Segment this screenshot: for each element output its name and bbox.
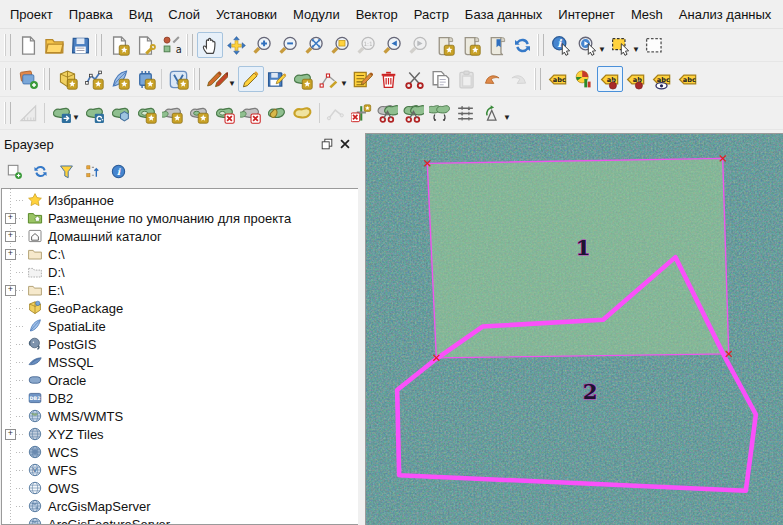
toolbar-handle[interactable]: [534, 68, 541, 90]
simplify-feature-button[interactable]: [108, 100, 134, 126]
zoom-full-extent-button[interactable]: [301, 32, 327, 58]
modify-attributes-button[interactable]: [350, 66, 376, 92]
browser-item-geopackage[interactable]: GeoPackage: [2, 299, 358, 317]
menu-вектор[interactable]: Вектор: [348, 3, 406, 26]
move-label-partial-button[interactable]: abc: [675, 66, 701, 92]
add-ring-button[interactable]: [134, 100, 160, 126]
layer-labeling-options-button[interactable]: abc: [545, 66, 571, 92]
open-project-button[interactable]: [41, 32, 67, 58]
zoom-in-button[interactable]: [249, 32, 275, 58]
menu-правка[interactable]: Правка: [61, 3, 121, 26]
new-print-layout-button[interactable]: [106, 32, 132, 58]
menu-слой[interactable]: Слой: [160, 3, 208, 26]
browser-item-mssql[interactable]: MSSQL: [2, 353, 358, 371]
toolbar-handle[interactable]: [4, 34, 11, 56]
delete-ring-button[interactable]: [212, 100, 238, 126]
enable-properties-widget-button[interactable]: i: [108, 161, 128, 181]
browser-item-ows[interactable]: OWS: [2, 479, 358, 497]
save-layer-edits-button[interactable]: [264, 66, 290, 92]
menu-проект[interactable]: Проект: [2, 3, 61, 26]
identify-features-button[interactable]: i: [548, 32, 574, 58]
add-part-button[interactable]: [160, 100, 186, 126]
layer-diagram-options-button[interactable]: [571, 66, 597, 92]
current-edits-button[interactable]: [204, 66, 230, 92]
bookmark-manager-button[interactable]: [483, 32, 509, 58]
delete-part-button[interactable]: [238, 100, 264, 126]
toolbar-handle[interactable]: [4, 68, 11, 90]
browser-item-c[interactable]: +C:\: [2, 245, 358, 263]
layout-manager-button[interactable]: [132, 32, 158, 58]
tree-expander[interactable]: +: [5, 285, 16, 296]
offset-curve-button[interactable]: [290, 100, 316, 126]
select-features-partial-button[interactable]: [642, 32, 668, 58]
menu-вид[interactable]: Вид: [121, 3, 161, 26]
pan-map-button[interactable]: [197, 32, 223, 58]
menu-mesh[interactable]: Mesh: [623, 3, 671, 26]
browser-item-e[interactable]: +E:\: [2, 281, 358, 299]
browser-item-spatialite[interactable]: SpatiaLite: [2, 317, 358, 335]
menu-растр[interactable]: Растр: [406, 3, 457, 26]
tree-expander[interactable]: +: [5, 231, 16, 242]
rotate-feature-button[interactable]: [82, 100, 108, 126]
toolbar-handle[interactable]: [4, 102, 11, 124]
cut-features-button[interactable]: [402, 66, 428, 92]
tree-expander[interactable]: +: [5, 429, 16, 440]
toggle-editing-button[interactable]: [238, 66, 264, 92]
highlight-pinned-labels-button[interactable]: ab: [597, 66, 623, 92]
menu-установки[interactable]: Установки: [208, 3, 285, 26]
browser-item-db2[interactable]: DB2DB2: [2, 389, 358, 407]
panel-splitter[interactable]: [358, 130, 365, 525]
run-feature-action-button[interactable]: [574, 32, 600, 58]
browser-item-домашний-каталог[interactable]: +Домашний каталог: [2, 227, 358, 245]
zoom-last-button[interactable]: [379, 32, 405, 58]
delete-selected-button[interactable]: [376, 66, 402, 92]
float-panel-button[interactable]: [318, 135, 336, 153]
merge-selected-features-button[interactable]: [427, 100, 453, 126]
add-polygon-feature-button[interactable]: [290, 66, 316, 92]
refresh-map-button[interactable]: [509, 32, 535, 58]
toolbar-handle[interactable]: [537, 34, 544, 56]
browser-item-postgis[interactable]: PostGIS: [2, 335, 358, 353]
new-virtual-layer-button[interactable]: [165, 66, 191, 92]
split-parts-button[interactable]: [375, 100, 401, 126]
browser-item-избранное[interactable]: Избранное: [2, 191, 358, 209]
move-feature-button[interactable]: [48, 100, 74, 126]
select-features-button[interactable]: [608, 32, 634, 58]
show-hide-labels-button[interactable]: abc: [649, 66, 675, 92]
refresh-browser-button[interactable]: [30, 161, 50, 181]
new-geopackage-layer-button[interactable]: [54, 66, 80, 92]
browser-item-wms-wmts[interactable]: WMS/WMTS: [2, 407, 358, 425]
tree-expander[interactable]: +: [5, 213, 16, 224]
browser-item-arcgisfeatureserver[interactable]: ArcGisFeatureServer: [2, 515, 358, 525]
undo-button[interactable]: [480, 66, 506, 92]
browser-item-oracle[interactable]: Oracle: [2, 371, 358, 389]
new-shapefile-layer-button[interactable]: [80, 66, 106, 92]
toolbar-handle[interactable]: [186, 34, 193, 56]
new-project-button[interactable]: [15, 32, 41, 58]
browser-item-xyz-tiles[interactable]: +XYZ Tiles: [2, 425, 358, 443]
zoom-out-button[interactable]: [275, 32, 301, 58]
toolbar-handle[interactable]: [95, 34, 102, 56]
new-spatialite-layer-button[interactable]: [106, 66, 132, 92]
toolbar-handle[interactable]: [193, 68, 200, 90]
add-selected-layer-button[interactable]: [4, 161, 24, 181]
menu-анализ-данных[interactable]: Анализ данных: [671, 3, 780, 26]
tree-expander[interactable]: +: [5, 249, 16, 260]
data-source-manager-button[interactable]: [15, 66, 41, 92]
trim-extend-feature-button[interactable]: [349, 100, 375, 126]
merge-feature-attributes-button[interactable]: [453, 100, 479, 126]
zoom-to-selection-button[interactable]: [327, 32, 353, 58]
reshape-features-button[interactable]: [264, 100, 290, 126]
browser-item-d[interactable]: D:\: [2, 263, 358, 281]
map-canvas[interactable]: 12: [365, 133, 783, 525]
map-view[interactable]: 12: [366, 134, 783, 525]
rotate-point-symbols-button[interactable]: [479, 100, 505, 126]
browser-item-wfs[interactable]: VWFS: [2, 461, 358, 479]
menu-справка[interactable]: Справка: [779, 3, 783, 26]
style-manager-button[interactable]: a: [158, 32, 184, 58]
menu-база-данных[interactable]: База данных: [457, 3, 550, 26]
save-project-button[interactable]: [67, 32, 93, 58]
show-bookmarks-button[interactable]: [457, 32, 483, 58]
toolbar-handle[interactable]: [43, 68, 50, 90]
fill-ring-button[interactable]: [186, 100, 212, 126]
